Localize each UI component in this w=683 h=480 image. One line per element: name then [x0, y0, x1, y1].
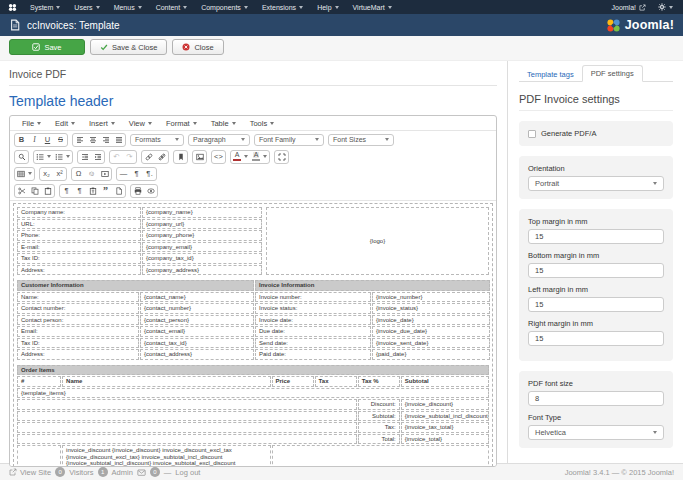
insert-image-button[interactable] — [193, 151, 206, 163]
font-family-dropdown[interactable]: Font Family — [254, 134, 324, 146]
bottom-margin-in-mm-input[interactable]: 15 — [528, 263, 664, 278]
blockquote-button[interactable]: ” — [99, 185, 112, 197]
field-label-cell: E-mail: — [17, 242, 141, 253]
menu-format[interactable]: Format — [159, 119, 204, 128]
anchor-button[interactable] — [174, 151, 187, 163]
emoticons-icon: ☺ — [88, 169, 96, 178]
background-color-button[interactable]: A — [250, 151, 269, 163]
insert-table-button[interactable] — [15, 168, 34, 180]
special-character-button[interactable]: Ω — [72, 168, 85, 180]
align-center-button[interactable] — [86, 134, 99, 146]
subscript-button[interactable]: x₂ — [40, 168, 53, 180]
unordered-list-button[interactable] — [34, 151, 53, 163]
user-settings-menu[interactable] — [656, 3, 675, 11]
font-type-select[interactable]: Helvetica — [528, 425, 664, 440]
menu-insert[interactable]: Insert — [82, 119, 122, 128]
rtl-paragraph-button[interactable]: ¶ . — [143, 168, 156, 180]
caret-down-icon — [37, 122, 41, 125]
save-label: Save — [44, 43, 61, 52]
font-sizes-dropdown[interactable]: Font Sizes — [328, 134, 394, 146]
menu-label: Format — [166, 119, 190, 128]
insert-media-button[interactable] — [98, 168, 111, 180]
align-left-button[interactable] — [73, 134, 86, 146]
caret-down-icon — [138, 6, 142, 9]
bold-button[interactable]: B — [15, 134, 28, 146]
align-justify-button[interactable] — [112, 134, 125, 146]
text-color-button[interactable]: A — [231, 151, 250, 163]
left-margin-in-mm-label: Left margin in mm — [528, 285, 664, 294]
topbar-item-components[interactable]: Components — [194, 4, 255, 11]
italic-button[interactable]: I — [28, 134, 41, 146]
menu-edit[interactable]: Edit — [48, 119, 82, 128]
emoticons-button[interactable]: ☺ — [85, 168, 98, 180]
editor-content[interactable]: Company name:{company_name}URL:{company_… — [10, 201, 496, 467]
strikethrough-button[interactable]: S — [54, 134, 67, 146]
redo-button[interactable]: ↷ — [123, 151, 136, 163]
left-margin-in-mm-input[interactable]: 15 — [528, 297, 664, 312]
order-items-body: Order Items#NamePriceTaxTax %Subtotal{te… — [17, 365, 489, 468]
search-replace-button[interactable] — [15, 151, 28, 163]
topbar-item-extensions[interactable]: Extensions — [255, 4, 310, 11]
font-type-label: Font Type — [528, 413, 664, 422]
ordered-list-button[interactable] — [53, 151, 72, 163]
topbar-item-menus[interactable]: Menus — [107, 4, 149, 11]
paragraph-dropdown[interactable]: Paragraph — [188, 134, 250, 146]
field-label-cell: Due date: — [255, 326, 371, 337]
visual-blocks-button[interactable]: ¶ — [73, 185, 86, 197]
unlink-button[interactable] — [155, 151, 168, 163]
caret-down-icon — [66, 155, 70, 158]
formats-dropdown[interactable]: Formats — [130, 134, 184, 146]
cut-button[interactable] — [15, 185, 28, 197]
save-button[interactable]: Save — [9, 39, 85, 55]
field-label-cell: Invoice number: — [255, 292, 371, 303]
site-preview-label: Joomla! — [611, 4, 636, 11]
tab-template-tags[interactable]: Template tags — [519, 67, 582, 83]
paste-as-text-button[interactable] — [86, 185, 99, 197]
print-button[interactable] — [131, 185, 144, 197]
menu-table[interactable]: Table — [204, 119, 243, 128]
right-margin-in-mm-input[interactable]: 15 — [528, 331, 664, 346]
align-right-button[interactable] — [99, 134, 112, 146]
topbar-item-system[interactable]: System — [23, 4, 67, 11]
ltr-paragraph-button[interactable]: ¶ — [130, 168, 143, 180]
indent-button[interactable] — [91, 151, 104, 163]
site-preview-link[interactable]: Joomla! — [609, 4, 648, 11]
font-type-value: Helvetica — [535, 428, 566, 437]
topbar-item-help[interactable]: Help — [310, 4, 345, 11]
logout-link[interactable]: Log out — [175, 468, 200, 477]
topbar-item-content[interactable]: Content — [149, 4, 195, 11]
outdent-button[interactable] — [78, 151, 91, 163]
view-site-link[interactable]: View Site — [9, 468, 51, 477]
tab-pdf-settings[interactable]: PDF settings — [582, 65, 643, 83]
pdf-font-size-input[interactable]: 8 — [528, 391, 664, 406]
generate-pdfa-checkbox[interactable] — [528, 130, 536, 138]
fullscreen-button[interactable] — [275, 151, 288, 163]
subscript-icon: x₂ — [43, 169, 50, 178]
topbar-item-virtuemart[interactable]: VirtueMart — [346, 4, 399, 11]
paste-button[interactable] — [41, 185, 54, 197]
copy-button[interactable] — [28, 185, 41, 197]
preview-button[interactable] — [144, 185, 157, 197]
orientation-select[interactable]: Portrait — [528, 176, 664, 191]
link-button[interactable] — [142, 151, 155, 163]
topbar-item-users[interactable]: Users — [67, 4, 106, 11]
editor-toolbar: BIUSFormatsParagraphFont FamilyFont Size… — [10, 131, 496, 201]
order-header-row: Order Items — [17, 365, 489, 376]
horizontal-rule-button[interactable]: — — [117, 168, 130, 180]
top-margin-in-mm-input[interactable]: 15 — [528, 229, 664, 244]
source-code-button[interactable]: <> — [212, 151, 225, 163]
page-template-button[interactable] — [112, 185, 125, 197]
menu-file[interactable]: File — [15, 119, 48, 128]
menu-tools[interactable]: Tools — [243, 119, 282, 128]
visual-characters-button[interactable]: ¶ — [60, 185, 73, 197]
underline-button[interactable]: U — [41, 134, 54, 146]
ltr-paragraph-icon: ¶ — [134, 169, 138, 178]
close-button[interactable]: Close — [172, 39, 223, 55]
undo-button[interactable]: ↶ — [110, 151, 123, 163]
ar-icon — [102, 136, 110, 144]
superscript-button[interactable]: x² — [53, 168, 66, 180]
caret-down-icon — [669, 6, 673, 9]
menu-view[interactable]: View — [122, 119, 159, 128]
indent-icon — [94, 153, 102, 161]
save-close-button[interactable]: Save & Close — [90, 39, 167, 55]
